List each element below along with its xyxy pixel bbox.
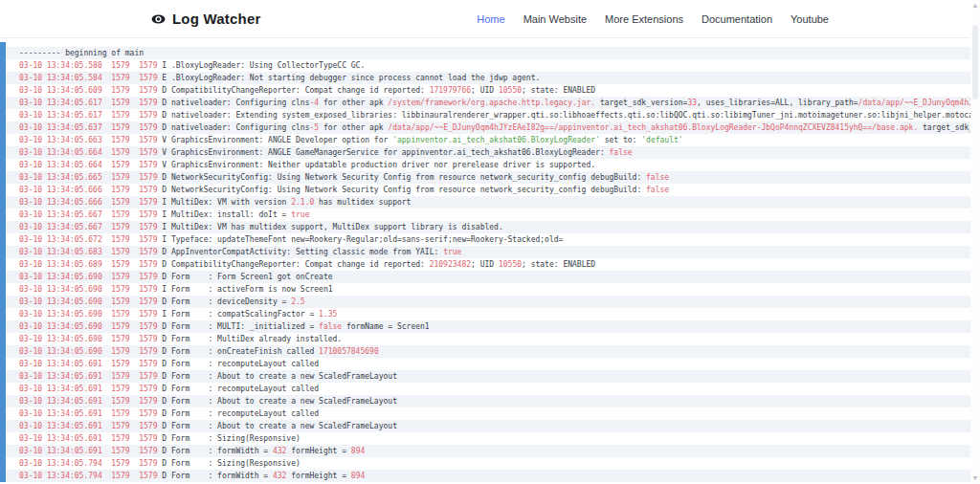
log-segment: 'default'	[641, 136, 682, 144]
log-segment: 894	[351, 472, 365, 480]
log-segment: 10550	[499, 260, 522, 269]
log-segment: D Form : About to create a new ScaledFra…	[158, 397, 397, 406]
log-segment: formHeight =	[286, 472, 350, 480]
log-segment: false	[319, 322, 342, 331]
log-segment: I MultiDex: VM with version	[158, 198, 292, 207]
log-segment: /data/app/~~E_DJunyOqm4hJYzEAeI82g==/app…	[858, 99, 970, 107]
log-segment: 432	[273, 472, 286, 480]
log-segment: 2.5	[291, 297, 304, 306]
log-line: 03-10 13:34:05.617 1579 1579 D nativeloa…	[6, 109, 970, 121]
log-segment: 03-10 13:34:05.683 1579 1579	[19, 248, 158, 256]
log-segment: D Form : formWidth =	[158, 472, 273, 480]
log-segment: , uses_libraries=ALL, library_path=	[697, 99, 858, 107]
log-line: 03-10 13:34:05.689 1579 1579 D Compatibi…	[6, 258, 970, 271]
log-segment: 03-10 13:34:05.637 1579 1579	[19, 123, 158, 132]
log-segment: -5	[309, 123, 319, 132]
log-segment: set to:	[600, 136, 641, 144]
log-segment: D Form : Form Screen1 got onCreate	[158, 273, 333, 281]
log-segment: for other apk	[319, 123, 388, 132]
log-segment: false	[646, 186, 669, 194]
log-line: 03-10 13:34:05.691 1579 1579 D Form : Ab…	[6, 420, 970, 432]
log-segment: 171979766	[430, 86, 471, 95]
log-segment: 03-10 13:34:05.690 1579 1579	[19, 273, 158, 281]
scroll-up-icon[interactable]: ▲	[970, 2, 980, 10]
nav-link-documentation[interactable]: Documentation	[702, 13, 772, 25]
nav-link-home[interactable]: Home	[477, 13, 504, 25]
log-line: 03-10 13:34:05.794 1579 1579 D Form : fo…	[6, 470, 970, 482]
log-segment: ; state: ENABLED	[522, 86, 595, 95]
log-segment: 03-10 13:34:05.691 1579 1579	[19, 409, 158, 418]
log-segment: D AppInventorCompatActivity: Setting cla…	[158, 248, 444, 256]
log-segment: 03-10 13:34:05.691 1579 1579	[19, 385, 158, 393]
nav-link-more-extensions[interactable]: More Extensions	[605, 13, 683, 25]
log-segment: 03-10 13:34:05.617 1579 1579	[19, 111, 158, 120]
log-segment: 432	[273, 447, 286, 455]
log-segment: 03-10 13:34:05.667 1579 1579	[19, 210, 158, 219]
log-segment: /system/framework/org.apache.http.legacy…	[388, 99, 595, 107]
log-segment: /data/app/~~E_DJunyOqm4hJYzEAeI82g==/app…	[388, 123, 918, 132]
log-segment: 03-10 13:34:05.689 1579 1579	[19, 260, 158, 269]
log-segment: D Form : MultiDex already installed.	[158, 335, 343, 343]
log-segment: 03-10 13:34:05.691 1579 1579	[19, 360, 158, 368]
log-line: 03-10 13:34:05.691 1579 1579 D Form : fo…	[6, 445, 970, 457]
log-segment: 03-10 13:34:05.666 1579 1579	[19, 186, 158, 194]
log-segment: 894	[351, 447, 365, 455]
log-segment: V GraphicsEnvironment: ANGLE Developer o…	[158, 136, 393, 144]
log-segment: -4	[309, 99, 319, 107]
log-segment: 03-10 13:34:05.691 1579 1579	[19, 422, 158, 430]
log-line: 03-10 13:34:05.794 1579 1579 D Form : Si…	[6, 457, 970, 470]
nav-link-main-website[interactable]: Main Website	[523, 13, 587, 25]
log-segment: D Form : formWidth =	[158, 447, 273, 455]
log-line: 03-10 13:34:05.691 1579 1579 D Form : Ab…	[6, 395, 970, 407]
log-segment: has multidex support	[314, 198, 411, 207]
log-line: 03-10 13:34:05.667 1579 1579 I MultiDex:…	[6, 209, 970, 221]
log-segment: target_sdk_version=	[918, 123, 970, 132]
log-line: 03-10 13:34:05.672 1579 1579 I Typeface:…	[6, 233, 970, 246]
log-segment: I Form : compatScalingFactor =	[158, 310, 320, 319]
log-segment: E .BloxyLogReader: Not starting debugger…	[158, 74, 541, 82]
log-segment: formHeight =	[286, 447, 350, 455]
nav-link-youtube[interactable]: Youtube	[791, 13, 829, 25]
log-segment: D Form : recomputeLayout called	[158, 385, 320, 393]
log-segment: D CompatibilityChangeReporter: Compat ch…	[158, 86, 430, 95]
log-segment: D Form : recomputeLayout called	[158, 409, 320, 418]
log-line: 03-10 13:34:05.691 1579 1579 D Form : re…	[6, 383, 970, 395]
log-segment: ; UID	[471, 86, 499, 95]
log-segment: false	[646, 173, 669, 182]
log-line: 03-10 13:34:05.663 1579 1579 V GraphicsE…	[6, 134, 970, 146]
log-line: 03-10 13:34:05.584 1579 1579 E .BloxyLog…	[6, 72, 970, 84]
log-segment: V GraphicsEnvironment: Neither updatable…	[158, 161, 596, 169]
log-segment: 210923482	[430, 260, 471, 269]
log-line: 03-10 13:34:05.690 1579 1579 D Form : de…	[6, 296, 970, 308]
page-title: Log Watcher	[172, 11, 260, 27]
log-segment: 03-10 13:34:05.664 1579 1579	[19, 161, 158, 169]
scrollbar[interactable]: ▲ ▼	[970, 0, 980, 484]
scroll-down-icon[interactable]: ▼	[970, 474, 980, 482]
log-line: 03-10 13:34:05.690 1579 1579 D Form : Fo…	[6, 271, 970, 283]
log-segment: 03-10 13:34:05.690 1579 1579	[19, 335, 158, 343]
log-segment: false	[610, 148, 633, 157]
log-segment: 03-10 13:34:05.690 1579 1579	[19, 347, 158, 356]
log-segment: 03-10 13:34:05.691 1579 1579	[19, 372, 158, 381]
log-segment: D CompatibilityChangeReporter: Compat ch…	[158, 260, 430, 269]
log-line: 03-10 13:34:05.609 1579 1579 D Compatibi…	[6, 84, 970, 97]
log-segment: D nativeloader: Configuring clns	[158, 123, 310, 132]
log-view[interactable]: --------- beginning of main03-10 13:34:0…	[0, 42, 970, 482]
log-line: 03-10 13:34:05.666 1579 1579 D NetworkSe…	[6, 184, 970, 196]
log-segment: --------- beginning of main	[19, 49, 144, 57]
log-line: 03-10 13:34:05.665 1579 1579 D NetworkSe…	[6, 171, 970, 184]
log-segment: 03-10 13:34:05.663 1579 1579	[19, 136, 158, 144]
log-line: 03-10 13:34:05.690 1579 1579 D Form : MU…	[6, 320, 970, 333]
log-line: 03-10 13:34:05.580 1579 1579 I .BloxyLog…	[6, 59, 970, 72]
header: Log Watcher HomeMain WebsiteMore Extensi…	[0, 0, 980, 38]
log-line: 03-10 13:34:05.691 1579 1579 D Form : re…	[6, 407, 970, 420]
nav: HomeMain WebsiteMore ExtensionsDocumenta…	[477, 13, 829, 25]
log-segment: 'appinventor.ai_tech_akshat06.BloxyLogRe…	[392, 136, 600, 144]
log-segment: D Form : deviceDensity =	[158, 297, 292, 306]
log-segment: I .BloxyLogReader: Using CollectorTypeCC…	[158, 61, 366, 70]
log-segment: 1.35	[319, 310, 337, 319]
log-segment: D nativeloader: Extending system_exposed…	[158, 111, 971, 120]
log-segment: formName = Screen1	[342, 322, 430, 331]
log-line: 03-10 13:34:05.690 1579 1579 I Form : co…	[6, 308, 970, 320]
scrollbar-thumb[interactable]	[972, 25, 978, 99]
